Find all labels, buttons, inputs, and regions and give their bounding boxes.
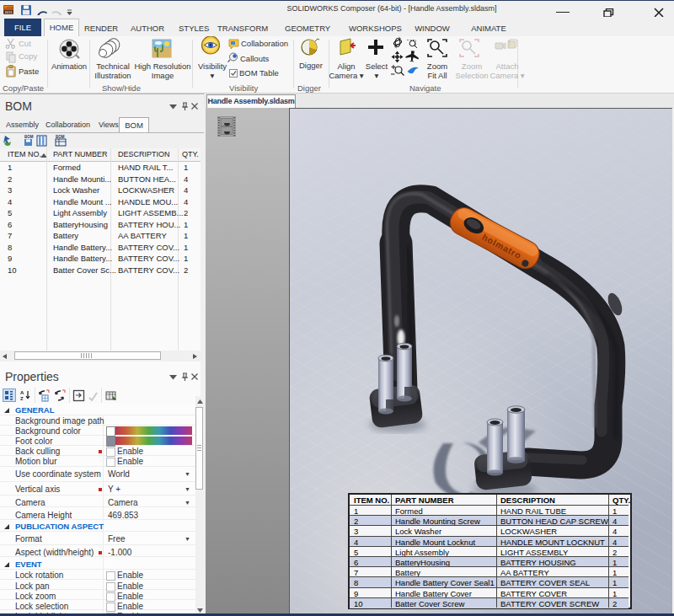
svg-text:A: A bbox=[20, 390, 24, 395]
svg-text:BOM: BOM bbox=[56, 135, 65, 139]
svg-text:Z: Z bbox=[20, 396, 24, 401]
svg-text:2015: 2015 bbox=[5, 10, 13, 14]
svg-text:BOM: BOM bbox=[24, 135, 34, 139]
